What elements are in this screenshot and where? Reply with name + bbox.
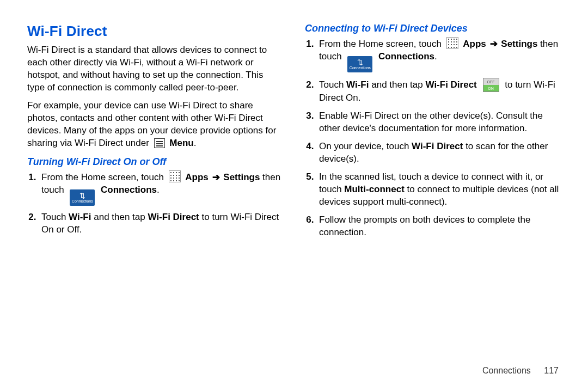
intro-paragraph-2: For example, your device can use Wi-Fi D… — [27, 100, 283, 150]
ls1-apps: Apps — [185, 172, 209, 182]
right-step-5: In the scanned list, touch a device to c… — [319, 171, 561, 209]
right-step-1: From the Home screen, touch Apps ➔ Setti… — [319, 37, 561, 72]
arrow-icon: ➔ — [212, 172, 220, 182]
footer-section: Connections — [482, 366, 531, 375]
rs4-a: On your device, touch — [319, 141, 412, 151]
left-column: Wi-Fi Direct Wi-Fi Direct is a standard … — [27, 22, 283, 366]
right-column: Connecting to Wi-Fi Direct Devices From … — [305, 22, 561, 366]
right-step-2: Touch Wi-Fi and then tap Wi-Fi Direct to… — [319, 78, 561, 105]
apps-icon — [169, 170, 181, 182]
connections-icon-glyph: ⇅ — [357, 59, 363, 66]
rs1-apps: Apps — [463, 39, 486, 49]
toggle-icon — [483, 78, 499, 92]
ls1-d: . — [157, 185, 160, 195]
rs1-settings: Settings — [501, 39, 537, 49]
menu-label: Menu — [169, 138, 193, 148]
ls2-b: and then tap — [94, 212, 148, 222]
page-footer: Connections 117 — [27, 366, 561, 376]
two-column-layout: Wi-Fi Direct Wi-Fi Direct is a standard … — [27, 22, 561, 366]
rs2-wfd: Wi-Fi Direct — [425, 79, 476, 90]
right-step-4: On your device, touch Wi-Fi Direct to sc… — [319, 140, 561, 166]
manual-page: Wi-Fi Direct Wi-Fi Direct is a standard … — [0, 0, 588, 392]
rs1-a: From the Home screen, touch — [319, 39, 444, 49]
ls1-connections: Connections — [101, 185, 157, 195]
intro-p2-text-b: . — [194, 138, 197, 148]
footer-page-number: 117 — [544, 366, 559, 375]
rs2-a: Touch — [319, 79, 346, 90]
right-step-6: Follow the prompts on both devices to co… — [319, 214, 561, 239]
rs5-mc: Multi-connect — [344, 184, 405, 194]
menu-icon — [154, 138, 165, 148]
subheading-turning-on-off: Turning Wi-Fi Direct On or Off — [27, 155, 283, 168]
ls2-wfd: Wi-Fi Direct — [148, 212, 199, 222]
subheading-connecting: Connecting to Wi-Fi Direct Devices — [305, 22, 561, 35]
steps-left: From the Home screen, touch Apps ➔ Setti… — [27, 170, 283, 236]
rs1-connections: Connections — [378, 51, 434, 62]
rs2-b: and then tap — [371, 79, 425, 90]
connections-icon: ⇅ Connections — [70, 189, 95, 206]
rs2-wifi: Wi-Fi — [346, 79, 369, 90]
arrow-icon: ➔ — [490, 39, 498, 49]
intro-p2-text-a: For example, your device can use Wi-Fi D… — [27, 100, 276, 148]
connections-icon-glyph: ⇅ — [79, 192, 85, 199]
connections-icon: ⇅ Connections — [347, 56, 372, 72]
ls1-a: From the Home screen, touch — [41, 172, 167, 182]
ls2-wifi: Wi-Fi — [69, 212, 91, 222]
page-title: Wi-Fi Direct — [27, 22, 283, 41]
rs1-d: . — [434, 51, 437, 62]
ls2-a: Touch — [41, 212, 69, 222]
left-step-2: Touch Wi-Fi and then tap Wi-Fi Direct to… — [41, 211, 283, 236]
steps-right: From the Home screen, touch Apps ➔ Setti… — [305, 37, 561, 238]
intro-paragraph-1: Wi-Fi Direct is a standard that allows d… — [27, 44, 283, 94]
ls1-settings: Settings — [223, 172, 260, 182]
apps-icon — [446, 37, 458, 49]
left-step-1: From the Home screen, touch Apps ➔ Setti… — [41, 170, 283, 206]
rs4-wfd: Wi-Fi Direct — [412, 141, 463, 151]
connections-icon-label: Connections — [72, 199, 93, 203]
connections-icon-label: Connections — [350, 66, 371, 70]
right-step-3: Enable Wi-Fi Direct on the other device(… — [319, 110, 561, 135]
